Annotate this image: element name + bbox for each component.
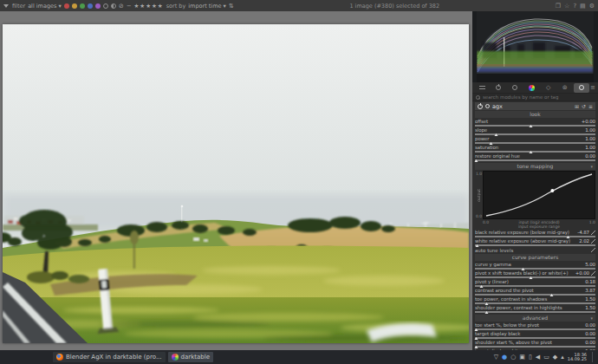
slider-slope[interactable]: slope1.00 bbox=[475, 127, 595, 136]
color-label-red[interactable] bbox=[64, 3, 69, 9]
tray-icon-0[interactable]: ▽ bbox=[494, 354, 498, 361]
panels-icon[interactable]: ❐ bbox=[556, 3, 561, 10]
slider-restore-hue[interactable]: restore original hue0.00 bbox=[475, 153, 595, 162]
taskbar-window-darktable[interactable]: darktable bbox=[168, 352, 213, 362]
help-icon[interactable]: ? bbox=[573, 3, 576, 10]
color-label-any[interactable] bbox=[111, 3, 116, 9]
slider-track[interactable] bbox=[475, 310, 595, 314]
taskbar-window-browser[interactable]: Blender AgX in darktable (pro... bbox=[53, 352, 166, 362]
tab-active-modules[interactable] bbox=[491, 83, 506, 93]
tray-icon-4[interactable]: ▯ bbox=[529, 354, 532, 361]
favorite-icon[interactable]: ☆ bbox=[564, 3, 569, 10]
slider-track[interactable] bbox=[475, 244, 595, 247]
slider-contrast-pivot[interactable]: contrast around the pivot3.87 bbox=[475, 288, 595, 296]
tray-icon-1[interactable]: ● bbox=[502, 354, 507, 361]
color-picker-icon[interactable] bbox=[591, 231, 595, 235]
tab-effects-group[interactable]: ⊛ bbox=[557, 83, 573, 93]
slider-shoulder-start[interactable]: shoulder start %, above the pivot0.00 bbox=[475, 340, 595, 348]
slider-track[interactable] bbox=[475, 150, 595, 153]
star-rating[interactable]: ★★★★★ bbox=[134, 3, 164, 10]
waveform-scope[interactable] bbox=[472, 11, 598, 82]
auto-tune-levels[interactable]: auto tune levels bbox=[475, 247, 595, 253]
slider-track[interactable] bbox=[475, 293, 595, 296]
slider-track[interactable] bbox=[475, 336, 595, 340]
search-placeholder: search modules by name or tag bbox=[483, 94, 558, 100]
tab-technical-group[interactable] bbox=[574, 83, 589, 93]
slider-saturation[interactable]: saturation1.00 bbox=[475, 145, 595, 153]
enable-power-icon[interactable] bbox=[478, 104, 483, 109]
slider-track[interactable] bbox=[475, 124, 595, 127]
section-look: look bbox=[475, 111, 595, 118]
multi-instance-icon[interactable]: ⊞ bbox=[575, 104, 579, 109]
chevron-down-icon[interactable]: ▾ bbox=[590, 163, 593, 170]
slider-toe-start[interactable]: toe start %, below the pivot0.00 bbox=[475, 322, 595, 331]
color-label-purple[interactable] bbox=[95, 3, 101, 9]
slider-track[interactable] bbox=[475, 284, 595, 288]
volume-icon[interactable]: ◀ bbox=[536, 354, 540, 361]
pivot-point[interactable] bbox=[550, 189, 554, 192]
display-icon[interactable]: ▭ bbox=[543, 354, 549, 361]
module-header[interactable]: agx ⊞ ↺ ≡ bbox=[475, 102, 595, 110]
show-desktop-button[interactable] bbox=[592, 352, 595, 362]
color-label-green[interactable] bbox=[80, 3, 85, 9]
tray-icon-2[interactable]: ○ bbox=[510, 354, 516, 361]
chevron-down-icon[interactable]: ▾ bbox=[590, 315, 593, 322]
os-taskbar: Blender AgX in darktable (pro... darktab… bbox=[0, 350, 598, 364]
photo-landscape[interactable] bbox=[3, 24, 469, 343]
color-label-yellow[interactable] bbox=[72, 3, 77, 9]
tab-basic-group[interactable] bbox=[507, 83, 523, 93]
slider-track[interactable] bbox=[475, 133, 595, 136]
slider-black-exposure[interactable]: black relative exposure (below mid-gray)… bbox=[475, 230, 595, 238]
slider-track[interactable] bbox=[475, 276, 595, 279]
slider-pivot-y[interactable]: pivot y (linear)0.18 bbox=[475, 279, 595, 288]
tray-expand-icon[interactable]: ▴ bbox=[561, 354, 564, 361]
curve-plot-area[interactable] bbox=[483, 171, 595, 219]
tray-icon-3[interactable]: ▣ bbox=[519, 354, 525, 361]
sort-direction-icon[interactable]: ⇅ bbox=[229, 3, 234, 10]
sort-dropdown[interactable]: import time ▾ bbox=[188, 3, 226, 10]
slider-shoulder-power[interactable]: shoulder power, contrast in highlights1.… bbox=[475, 305, 595, 314]
slider-track[interactable] bbox=[475, 345, 595, 348]
color-picker-icon[interactable] bbox=[591, 271, 595, 276]
section-advanced[interactable]: advanced▾ bbox=[475, 315, 595, 322]
module-agx: agx ⊞ ↺ ≡ look offset+0.00 slope1.00 pow… bbox=[472, 101, 598, 350]
gear-icon[interactable]: ⚙ bbox=[589, 3, 595, 10]
filter-dropdown[interactable]: all images ▾ bbox=[28, 3, 62, 10]
slider-pivot-x[interactable]: pivot x shift towards black(-) or white(… bbox=[475, 270, 595, 279]
slider-curve-gamma[interactable]: curve y gamma5.00 bbox=[475, 262, 595, 270]
slider-track[interactable] bbox=[475, 267, 595, 270]
sort-label: sort by bbox=[166, 3, 186, 10]
slider-power[interactable]: power1.00 bbox=[475, 136, 595, 145]
color-picker-icon[interactable] bbox=[591, 239, 595, 244]
shortcuts-icon[interactable]: ▤ bbox=[580, 3, 586, 10]
slider-target-black[interactable]: target display black0.00 bbox=[475, 331, 595, 340]
hamburger-icon[interactable]: ≡ bbox=[590, 84, 596, 91]
rating-dash-icon[interactable]: − bbox=[127, 3, 132, 10]
clock[interactable]: 18:36 14.09.25 bbox=[568, 353, 587, 362]
slider-track[interactable] bbox=[475, 302, 595, 305]
slider-toe-power[interactable]: toe power, contrast in shadows1.50 bbox=[475, 296, 595, 305]
slider-offset[interactable]: offset+0.00 bbox=[475, 119, 595, 127]
tone-curve-graph[interactable]: 1.0 output 0.0 bbox=[475, 171, 595, 219]
color-picker-icon[interactable] bbox=[591, 248, 595, 252]
slider-white-exposure[interactable]: white relative exposure (above mid-gray)… bbox=[475, 238, 595, 247]
reset-icon[interactable]: ↺ bbox=[582, 104, 586, 109]
reject-icon[interactable]: ⊘ bbox=[119, 3, 124, 10]
tab-correct-group[interactable]: ◇ bbox=[541, 83, 556, 93]
slider-track[interactable] bbox=[475, 235, 595, 238]
section-tone-mapping[interactable]: tone mapping▾ bbox=[475, 163, 595, 170]
darkroom-canvas bbox=[0, 11, 472, 350]
slider-track[interactable] bbox=[475, 141, 595, 145]
tab-presets[interactable] bbox=[474, 83, 490, 93]
y-max-tick: 1.0 bbox=[476, 172, 482, 176]
color-label-blue[interactable] bbox=[88, 3, 93, 9]
slider-track[interactable] bbox=[475, 159, 595, 162]
tab-color-group[interactable] bbox=[523, 83, 539, 93]
y-axis-label: output bbox=[477, 189, 481, 202]
slider-track[interactable] bbox=[475, 328, 595, 331]
module-search[interactable]: search modules by name or tag bbox=[472, 94, 598, 101]
color-label-none[interactable] bbox=[103, 3, 108, 9]
search-icon bbox=[476, 95, 480, 100]
tray-icon-7[interactable]: ◆ bbox=[553, 354, 557, 361]
presets-icon[interactable]: ≡ bbox=[588, 104, 593, 109]
